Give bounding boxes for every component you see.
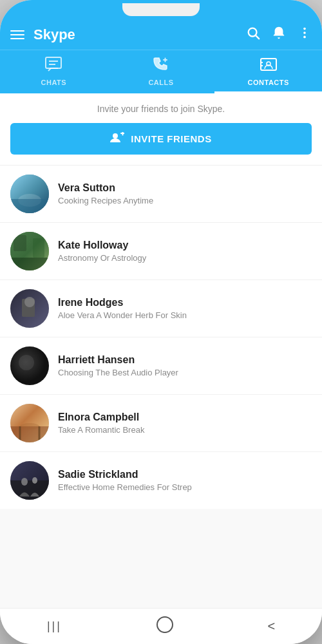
recent-apps-icon[interactable]: ||| — [47, 620, 62, 633]
contact-name: Elnora Campbell — [58, 412, 312, 423]
contact-name: Sadie Strickland — [58, 469, 312, 480]
back-icon[interactable]: < — [267, 619, 275, 634]
svg-line-1 — [256, 35, 259, 39]
svg-point-3 — [303, 32, 306, 34]
contact-info: Harriett Hansen Choosing The Best Audio … — [58, 354, 312, 377]
contact-status: Astronomy Or Astrology — [58, 253, 312, 263]
avatar — [10, 461, 49, 500]
avatar — [10, 346, 49, 385]
contact-item[interactable]: Kate Holloway Astronomy Or Astrology — [0, 223, 322, 280]
contact-item[interactable]: Harriett Hansen Choosing The Best Audio … — [0, 337, 322, 395]
more-options-icon[interactable] — [298, 26, 312, 43]
svg-point-24 — [24, 297, 35, 307]
home-icon[interactable] — [156, 616, 174, 637]
contact-item[interactable]: Elnora Campbell Take A Romantic Break — [0, 395, 322, 452]
contact-item[interactable]: Vera Sutton Cooking Recipes Anytime — [0, 166, 322, 223]
avatar — [10, 289, 49, 328]
menu-icon[interactable] — [10, 30, 24, 39]
content-area: Invite your friends to join Skype. INVIT… — [0, 93, 322, 608]
calls-tab-icon — [153, 57, 169, 76]
notch — [122, 3, 200, 16]
contact-info: Sadie Strickland Effective Home Remedies… — [58, 469, 312, 492]
status-bar — [0, 0, 322, 19]
tab-chats[interactable]: CHATS — [0, 50, 108, 93]
phone-frame: Skype — [0, 0, 322, 644]
svg-point-4 — [303, 36, 306, 39]
invite-text: Invite your friends to join Skype. — [10, 104, 312, 114]
svg-point-12 — [113, 133, 118, 138]
contact-status: Take A Romantic Break — [58, 425, 312, 435]
calls-tab-label: CALLS — [148, 79, 173, 86]
contact-info: Kate Holloway Astronomy Or Astrology — [58, 240, 312, 263]
chats-tab-icon — [45, 57, 62, 76]
avatar — [10, 232, 49, 270]
svg-rect-17 — [10, 199, 49, 213]
chats-tab-label: CHATS — [41, 79, 67, 86]
app-title: Skype — [33, 26, 75, 43]
invite-friends-label: INVITE FRIENDS — [131, 133, 211, 144]
contact-item[interactable]: Sadie Strickland Effective Home Remedies… — [0, 452, 322, 509]
svg-point-35 — [32, 477, 37, 484]
contacts-tab-icon — [260, 57, 277, 76]
invite-friends-icon — [110, 132, 124, 146]
contacts-tab-label: CONTACTS — [248, 79, 289, 86]
contact-name: Irene Hodges — [58, 297, 312, 308]
contact-list: Vera Sutton Cooking Recipes Anytime — [0, 166, 322, 509]
avatar — [10, 404, 49, 442]
invite-section: Invite your friends to join Skype. INVIT… — [0, 93, 322, 166]
top-bar-left: Skype — [10, 26, 75, 43]
svg-rect-19 — [14, 235, 26, 251]
search-icon[interactable] — [246, 26, 260, 43]
svg-point-26 — [19, 355, 34, 370]
bottom-nav: ||| < — [0, 608, 322, 644]
contact-name: Harriett Hansen — [58, 354, 312, 366]
contact-name: Vera Sutton — [58, 182, 312, 194]
svg-point-36 — [157, 617, 173, 632]
svg-point-29 — [20, 423, 39, 430]
contact-status: Effective Home Remedies For Strep — [58, 482, 312, 492]
top-bar: Skype — [0, 19, 322, 50]
bell-icon[interactable] — [272, 26, 286, 43]
svg-point-2 — [303, 28, 306, 30]
contact-item[interactable]: Irene Hodges Aloe Vera A Wonder Herb For… — [0, 280, 322, 337]
contact-status: Aloe Vera A Wonder Herb For Skin — [58, 310, 312, 320]
svg-rect-20 — [33, 238, 44, 258]
contact-status: Cooking Recipes Anytime — [58, 196, 312, 205]
contact-info: Vera Sutton Cooking Recipes Anytime — [58, 182, 312, 205]
invite-friends-button[interactable]: INVITE FRIENDS — [10, 123, 312, 155]
svg-point-34 — [21, 478, 28, 486]
avatar — [10, 175, 49, 213]
contact-info: Irene Hodges Aloe Vera A Wonder Herb For… — [58, 297, 312, 320]
top-bar-right — [246, 26, 312, 43]
svg-rect-5 — [46, 57, 61, 68]
svg-rect-33 — [10, 480, 49, 500]
contact-status: Choosing The Best Audio Player — [58, 368, 312, 377]
contact-info: Elnora Campbell Take A Romantic Break — [58, 412, 312, 435]
contact-name: Kate Holloway — [58, 240, 312, 251]
tab-contacts[interactable]: CONTACTS — [214, 50, 322, 93]
tab-calls[interactable]: CALLS — [108, 50, 215, 93]
svg-rect-8 — [261, 59, 276, 70]
nav-tabs: CHATS CALLS CONTACTS — [0, 50, 322, 93]
svg-rect-21 — [10, 258, 49, 270]
